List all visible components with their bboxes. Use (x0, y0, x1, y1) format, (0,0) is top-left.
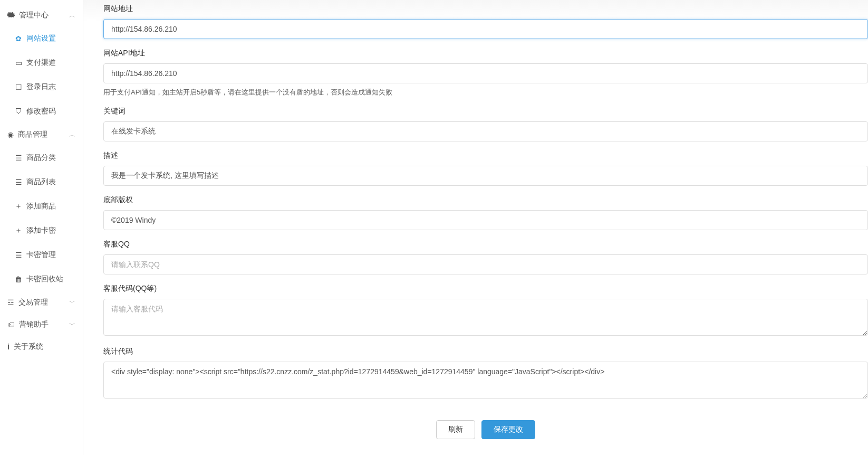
textarea-stats-code[interactable] (103, 362, 868, 399)
menu-header-label: 交易管理 (18, 298, 48, 307)
plus-icon: ＋ (15, 226, 22, 235)
file-icon: ☐ (15, 83, 22, 91)
sidebar: 管理中心 ︿ ✿ 网站设置 ▭ 支付渠道 ☐ 登录日志 ⛉ (0, 0, 83, 455)
menu-group-about: i 关于系统 (0, 336, 83, 358)
menu-header-label: 商品管理 (18, 130, 47, 139)
input-service-qq[interactable] (103, 254, 868, 274)
help-api-url: 用于支付API通知，如主站开启5秒盾等，请在这里提供一个没有盾的地址，否则会造成… (103, 88, 868, 97)
sidebar-item-label: 添加商品 (26, 202, 56, 211)
input-description[interactable] (103, 166, 868, 186)
field-description: 描述 (103, 151, 868, 186)
field-service-code: 客服代码(QQ等) (103, 284, 868, 337)
tag-icon: 🏷 (7, 320, 15, 329)
field-stats-code: 统计代码 (103, 347, 868, 400)
sidebar-item-add-card[interactable]: ＋ 添加卡密 (0, 219, 83, 243)
sidebar-item-label: 商品分类 (26, 153, 56, 163)
menu-header-label: 关于系统 (14, 342, 43, 352)
sidebar-item-add-product[interactable]: ＋ 添加商品 (0, 194, 83, 219)
sidebar-item-label: 网站设置 (26, 34, 56, 43)
plus-icon: ＋ (15, 202, 22, 211)
label-footer: 底部版权 (103, 195, 868, 205)
label-service-qq: 客服QQ (103, 240, 868, 249)
sidebar-item-product-list[interactable]: ☰ 商品列表 (0, 170, 83, 194)
menu-header-admin[interactable]: 管理中心 ︿ (0, 4, 83, 26)
save-button[interactable]: 保存更改 (481, 420, 535, 439)
list-icon: ☲ (7, 298, 14, 307)
menu-header-products[interactable]: ◉ 商品管理 ︿ (0, 124, 83, 146)
input-site-url[interactable] (103, 19, 868, 39)
refresh-button[interactable]: 刷新 (436, 420, 475, 439)
main-content: 网站地址 网站API地址 用于支付API通知，如主站开启5秒盾等，请在这里提供一… (83, 0, 868, 455)
sidebar-item-card-manage[interactable]: ☰ 卡密管理 (0, 243, 83, 267)
sidebar-item-payment[interactable]: ▭ 支付渠道 (0, 51, 83, 75)
sidebar-item-label: 卡密管理 (26, 250, 56, 260)
dashboard-icon: ◉ (7, 130, 14, 139)
label-stats-code: 统计代码 (103, 347, 868, 356)
sidebar-item-label: 添加卡密 (26, 226, 56, 235)
sidebar-item-label: 卡密回收站 (26, 274, 63, 284)
card-icon: ▭ (15, 59, 22, 67)
chevron-down-icon: ﹀ (69, 298, 75, 307)
sidebar-item-change-password[interactable]: ⛉ 修改密码 (0, 99, 83, 124)
label-api-url: 网站API地址 (103, 49, 868, 58)
chevron-up-icon: ︿ (69, 11, 75, 20)
menu-header-transactions[interactable]: ☲ 交易管理 ﹀ (0, 291, 83, 314)
field-service-qq: 客服QQ (103, 240, 868, 274)
menu-header-label: 营销助手 (19, 320, 49, 329)
field-keywords: 关键词 (103, 107, 868, 141)
info-icon: i (7, 343, 9, 351)
gears-icon (7, 11, 15, 20)
sidebar-item-card-recycle[interactable]: 🗑 卡密回收站 (0, 267, 83, 291)
list-icon: ☰ (15, 154, 22, 162)
shield-icon: ⛉ (15, 107, 22, 116)
input-footer[interactable] (103, 210, 868, 230)
sidebar-item-label: 商品列表 (26, 177, 56, 187)
sidebar-item-site-settings[interactable]: ✿ 网站设置 (0, 26, 83, 51)
menu-header-label: 管理中心 (19, 11, 49, 20)
gear-icon: ✿ (15, 34, 22, 43)
field-site-url: 网站地址 (103, 4, 868, 39)
sidebar-item-login-log[interactable]: ☐ 登录日志 (0, 75, 83, 99)
button-row: 刷新 保存更改 (103, 410, 868, 439)
list-icon: ☰ (15, 251, 22, 259)
input-api-url[interactable] (103, 63, 868, 83)
menu-header-marketing[interactable]: 🏷 营销助手 ﹀ (0, 314, 83, 336)
menu-group-admin: 管理中心 ︿ ✿ 网站设置 ▭ 支付渠道 ☐ 登录日志 ⛉ (0, 4, 83, 124)
menu-group-products: ◉ 商品管理 ︿ ☰ 商品分类 ☰ 商品列表 ＋ 添加商品 (0, 124, 83, 291)
trash-icon: 🗑 (15, 275, 22, 283)
label-keywords: 关键词 (103, 107, 868, 116)
chevron-up-icon: ︿ (69, 130, 75, 139)
label-description: 描述 (103, 151, 868, 160)
chevron-down-icon: ﹀ (69, 320, 75, 329)
list-icon: ☰ (15, 178, 22, 186)
label-service-code: 客服代码(QQ等) (103, 284, 868, 293)
field-api-url: 网站API地址 用于支付API通知，如主站开启5秒盾等，请在这里提供一个没有盾的… (103, 49, 868, 97)
textarea-service-code[interactable] (103, 299, 868, 336)
menu-header-about[interactable]: i 关于系统 (0, 336, 83, 358)
menu-group-marketing: 🏷 营销助手 ﹀ (0, 314, 83, 336)
menu-group-transactions: ☲ 交易管理 ﹀ (0, 291, 83, 314)
label-site-url: 网站地址 (103, 4, 868, 14)
sidebar-item-label: 支付渠道 (26, 58, 56, 68)
input-keywords[interactable] (103, 121, 868, 141)
sidebar-item-product-category[interactable]: ☰ 商品分类 (0, 146, 83, 170)
sidebar-item-label: 修改密码 (26, 107, 56, 116)
field-footer: 底部版权 (103, 195, 868, 230)
sidebar-item-label: 登录日志 (26, 82, 56, 92)
